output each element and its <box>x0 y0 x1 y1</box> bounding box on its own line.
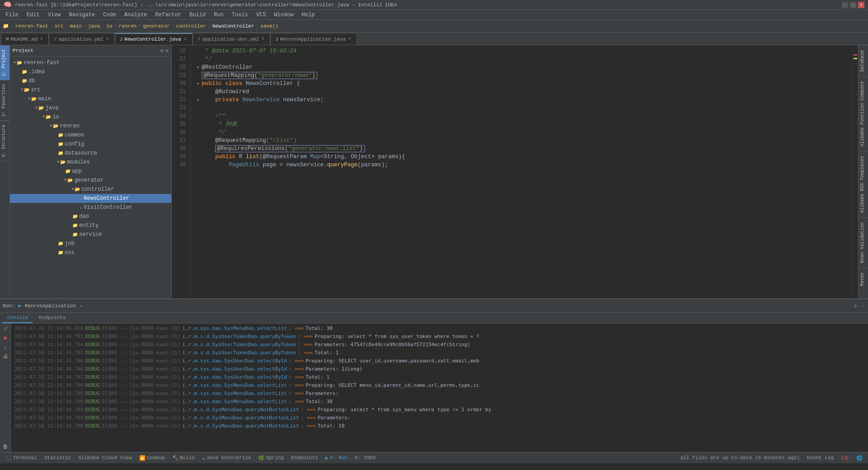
tab-close-icon[interactable]: × <box>39 37 44 42</box>
status-run[interactable]: ▶ 4: Run <box>323 455 349 461</box>
tab-close-icon[interactable]: × <box>261 37 265 42</box>
tree-item-controller[interactable]: ▼📂controller <box>10 185 171 194</box>
status-endpoints[interactable]: Endpoints <box>289 455 320 461</box>
menu-item-view[interactable]: View <box>44 11 65 19</box>
status-event-log[interactable]: Event Log <box>805 455 835 461</box>
tree-item-main[interactable]: ▼📂main <box>10 94 171 103</box>
status-ime[interactable]: S英 <box>839 455 851 461</box>
menu-item-window[interactable]: Window <box>270 11 297 19</box>
gutter-icon-30[interactable]: ● <box>194 80 202 88</box>
right-panel-alibaba-ros[interactable]: Alibaba ROS Templates <box>859 151 868 217</box>
menu-item-refactor[interactable]: Refactor <box>151 11 185 19</box>
run-tab-console[interactable]: Console <box>3 313 33 323</box>
run-settings-icon[interactable]: ⚙ <box>854 303 857 309</box>
tree-item-datasource[interactable]: 📁datasource <box>10 149 171 158</box>
status-alibaba-cloud[interactable]: Alibaba Cloud View <box>76 455 134 461</box>
right-panel-maven[interactable]: Maven <box>859 268 868 291</box>
right-panel-bean-validation[interactable]: Bean Validation <box>859 217 868 268</box>
left-tool-project[interactable]: 1: Project <box>0 45 9 80</box>
log-msg: Parameters: 47547c8e49cce99c0b56af572234… <box>315 341 470 349</box>
tab-close-icon[interactable]: × <box>348 37 352 42</box>
status-statistic[interactable]: Statistic <box>42 455 73 461</box>
tree-item-generator[interactable]: ▼📂generator <box>10 176 171 185</box>
breadcrumb-newscontroller[interactable]: NewsController <box>212 24 254 29</box>
right-panel-database[interactable]: Database <box>859 45 868 76</box>
tree-item-.idea[interactable]: 📁.idea <box>10 67 171 76</box>
run-tab-endpoints[interactable]: Endpoints <box>34 313 70 323</box>
menu-item-navigate[interactable]: Navigate <box>65 11 99 19</box>
tree-item-db[interactable]: 📁db <box>10 76 171 85</box>
tree-item-app[interactable]: 📁app <box>10 167 171 176</box>
tree-item-java[interactable]: ▼📂java <box>10 103 171 113</box>
title-bar-controls[interactable]: – □ ✕ <box>842 2 864 8</box>
left-tool-structure[interactable]: 3: Structure <box>0 121 9 161</box>
tab-application-yml[interactable]: Yapplication.yml× <box>49 33 115 45</box>
run-app-name[interactable]: RenrenApplication <box>25 303 75 309</box>
tree-item-modules[interactable]: ▼📂modules <box>10 158 171 167</box>
tab-close-icon[interactable]: × <box>105 37 110 42</box>
gutter-icon-32[interactable]: ● <box>194 96 202 104</box>
maximize-button[interactable]: □ <box>850 2 856 8</box>
status-build[interactable]: 🔨 Build <box>170 455 197 461</box>
tab-NewsController-java[interactable]: JNewsController.java× <box>115 33 193 45</box>
tree-item-renren[interactable]: ▼📂renren <box>10 122 171 131</box>
sidebar-settings-icon[interactable]: ⚙ <box>160 47 164 54</box>
minimize-button[interactable]: – <box>842 2 848 8</box>
run-stop-btn[interactable]: ■ <box>2 334 9 342</box>
menu-item-edit[interactable]: Edit <box>23 11 43 19</box>
menu-item-run[interactable]: Run <box>210 11 227 19</box>
tree-item-renren-fast[interactable]: ▼📂renren-fast <box>10 58 171 67</box>
tree-item-oss[interactable]: 📁oss <box>10 248 171 257</box>
menu-item-help[interactable]: Help <box>298 11 318 19</box>
tree-item-service[interactable]: 📁service <box>10 230 171 239</box>
breadcrumb-main[interactable]: main <box>70 24 81 29</box>
menu-item-code[interactable]: Code <box>99 11 120 19</box>
breadcrumb-controller[interactable]: controller <box>176 24 206 29</box>
status-java-enterprise[interactable]: ☕ Java Enterprise <box>200 455 253 461</box>
breadcrumb-save[interactable]: save() <box>260 24 278 29</box>
status-terminal[interactable]: ⬛ Terminal <box>4 455 39 461</box>
gutter-icon-28[interactable]: ● <box>194 63 202 71</box>
tree-item-dao[interactable]: 📁dao <box>10 212 171 221</box>
menu-item-analyze[interactable]: Analyze <box>121 11 151 19</box>
breadcrumb-io[interactable]: io <box>106 24 112 29</box>
code-content[interactable]: * @date 2021-07-07 18:03:24 */●@RestCont… <box>191 45 852 298</box>
tab-README-md[interactable]: MREADME.md× <box>1 33 49 45</box>
tab-application-dev-yml[interactable]: Yapplication-dev.yml× <box>193 33 270 45</box>
menu-item-build[interactable]: Build <box>186 11 209 19</box>
breadcrumb-generator[interactable]: generator <box>143 24 170 29</box>
right-panel-alibaba-fc[interactable]: Alibaba Function Compute <box>859 76 868 151</box>
menu-item-vcs[interactable]: VCS <box>253 11 270 19</box>
breadcrumb-renren[interactable]: renren <box>119 24 137 29</box>
run-print-btn[interactable]: 🖨 <box>2 352 9 360</box>
tab-RenrenApplication-java[interactable]: JRenrenApplication.java× <box>270 33 357 45</box>
tree-item-entity[interactable]: 📁entity <box>10 221 171 230</box>
tree-item-config[interactable]: 📁config <box>10 140 171 149</box>
tree-item-newscontroller[interactable]: ☕NewsController <box>10 194 171 203</box>
left-tool-favorites[interactable]: 2: Favorites <box>0 80 9 121</box>
tree-item-job[interactable]: 📁job <box>10 239 171 248</box>
tree-item-visitcontroller[interactable]: ☕VisitController <box>10 203 171 212</box>
breadcrumb-renren-fast[interactable]: renren-fast <box>15 24 48 29</box>
run-minimize-icon[interactable]: — <box>862 303 865 309</box>
tree-item-src[interactable]: ▼📂src <box>10 85 171 94</box>
status-spring[interactable]: 🌿 Spring <box>256 455 286 461</box>
menu-item-file[interactable]: File <box>2 11 22 19</box>
run-clear-btn[interactable]: 🗑 <box>2 443 9 450</box>
run-restart-btn[interactable]: ↺ <box>2 325 9 333</box>
tree-item-io[interactable]: ▼📂io <box>10 113 171 122</box>
sidebar-controls[interactable]: ⚙ ⊕ <box>160 47 169 54</box>
close-button[interactable]: ✕ <box>858 2 864 8</box>
breadcrumb-java[interactable]: java <box>88 24 100 29</box>
status-codeup[interactable]: 🔼 Codeup <box>137 455 167 461</box>
sidebar-expand-icon[interactable]: ⊕ <box>165 47 169 54</box>
tab-close-icon[interactable]: × <box>183 37 188 42</box>
breadcrumb-src[interactable]: src <box>55 24 64 29</box>
run-close-icon[interactable]: ✕ <box>80 303 83 309</box>
menu-item-tools[interactable]: Tools <box>228 11 252 19</box>
log-thread: 15380 <box>102 349 117 357</box>
status-todo[interactable]: 6: TODO <box>353 455 377 461</box>
log-sep: --- <box>119 341 128 349</box>
tree-item-common[interactable]: 📁common <box>10 131 171 140</box>
run-scroll-end-btn[interactable]: ↓ <box>2 343 9 351</box>
